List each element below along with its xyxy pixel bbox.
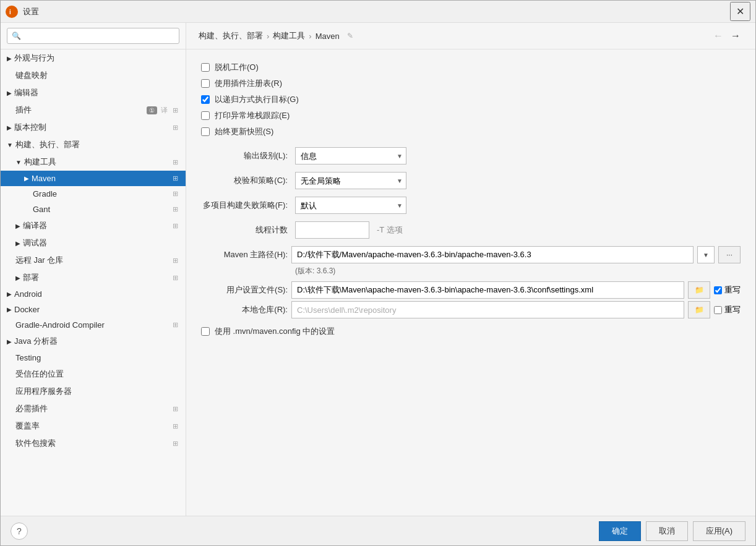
- sidebar-item-label: 外观与行为: [14, 53, 179, 64]
- cancel-button[interactable]: 取消: [646, 521, 688, 541]
- settings-content: 脱机工作(O) 使用插件注册表(R) 以递归方式执行目标(G) 打印异常堆栈跟踪…: [186, 49, 755, 516]
- sidebar-item-maven[interactable]: ▶ Maven ⊞: [1, 171, 186, 186]
- fail-strategy-row: 多项目构建失败策略(F): 默认 快速失败 最后失败 永不失败: [201, 197, 741, 214]
- local-repo-input[interactable]: [291, 301, 684, 318]
- search-input[interactable]: [7, 28, 179, 44]
- mvn-config-row: 使用 .mvn/maven.config 中的设置: [201, 326, 741, 337]
- sidebar-item-compiler[interactable]: ▶ 编译器 ⊞: [1, 217, 186, 234]
- plugin-registry-label[interactable]: 使用插件注册表(R): [215, 78, 282, 89]
- sidebar-item-docker[interactable]: ▶ Docker: [1, 302, 186, 317]
- always-update-checkbox[interactable]: [201, 127, 210, 136]
- translate-icon: 译: [160, 105, 169, 116]
- sidebar-item-icons: ⊞: [171, 221, 179, 231]
- chevron-icon: ▶: [7, 90, 12, 96]
- sidebar-item-required-plugins[interactable]: 必需插件 ⊞: [1, 400, 186, 417]
- sidebar-item-gant[interactable]: Gant ⊞: [1, 202, 186, 217]
- settings-icon: ⊞: [171, 273, 179, 283]
- offline-checkbox[interactable]: [201, 63, 210, 72]
- output-level-select[interactable]: 信息 调试 警告 错误: [295, 147, 406, 164]
- close-button[interactable]: ✕: [730, 2, 750, 21]
- sidebar-item-label: Gradle: [33, 189, 171, 198]
- print-stack-checkbox[interactable]: [201, 111, 210, 120]
- sidebar-item-remote-jar[interactable]: 远程 Jar 仓库 ⊞: [1, 252, 186, 269]
- sidebar-item-coverage[interactable]: 覆盖率 ⊞: [1, 417, 186, 435]
- sidebar-item-android[interactable]: ▶ Android: [1, 286, 186, 302]
- mvn-config-label[interactable]: 使用 .mvn/maven.config 中的设置: [215, 326, 335, 337]
- mvn-config-checkbox[interactable]: [201, 327, 210, 336]
- apply-button[interactable]: 应用(A): [693, 521, 745, 541]
- sidebar-item-gradle-android[interactable]: Gradle-Android Compiler ⊞: [1, 317, 186, 333]
- settings-icon: ⊞: [171, 221, 179, 231]
- check-strategy-row: 校验和策略(C): 无全局策略 警告 失败: [201, 172, 741, 189]
- settings-icon: ⊞: [171, 404, 179, 414]
- thread-count-label: 线程计数: [201, 224, 288, 236]
- output-level-select-wrapper: 信息 调试 警告 错误: [295, 147, 406, 164]
- sidebar-item-gradle[interactable]: Gradle ⊞: [1, 186, 186, 202]
- sidebar-item-label: 调试器: [23, 237, 179, 249]
- print-stack-label[interactable]: 打印异常堆栈跟踪(E): [215, 110, 290, 121]
- sidebar-item-plugins[interactable]: 插件 ① 译 ⊞: [1, 101, 186, 119]
- sidebar-item-debugger[interactable]: ▶ 调试器: [1, 234, 186, 252]
- maven-home-browse-btn[interactable]: ···: [718, 246, 741, 263]
- local-repo-rewrite-label[interactable]: 重写: [724, 304, 741, 315]
- check-strategy-label: 校验和策略(C):: [201, 175, 288, 186]
- plugin-registry-checkbox[interactable]: [201, 79, 210, 88]
- fail-strategy-select[interactable]: 默认 快速失败 最后失败 永不失败: [295, 197, 406, 214]
- maven-version-text: (版本: 3.6.3): [201, 266, 741, 276]
- check-strategy-select[interactable]: 无全局策略 警告 失败: [295, 172, 406, 189]
- svg-text:i: i: [9, 9, 11, 15]
- output-level-row: 输出级别(L): 信息 调试 警告 错误: [201, 147, 741, 164]
- sidebar-item-label: 编辑器: [14, 87, 179, 98]
- settings-icon: ⊞: [171, 422, 179, 431]
- nav-arrows: ← →: [711, 29, 743, 43]
- sidebar-item-testing[interactable]: Testing: [1, 350, 186, 365]
- sidebar-item-vcs[interactable]: ▶ 版本控制 ⊞: [1, 119, 186, 136]
- sidebar-item-label: 受信任的位置: [15, 369, 179, 380]
- maven-home-dropdown-btn[interactable]: ▼: [697, 246, 715, 263]
- sidebar-item-label: 必需插件: [15, 403, 171, 414]
- settings-icon: ⊞: [171, 174, 179, 183]
- search-wrapper: 🔍: [7, 28, 179, 44]
- sidebar-item-icons: ⊞: [171, 256, 179, 265]
- sidebar-item-package-search[interactable]: 软件包搜索 ⊞: [1, 435, 186, 452]
- folder-icon: 📁: [695, 305, 704, 314]
- chevron-icon: ▶: [15, 240, 20, 247]
- checkbox-row-recursive: 以递归方式执行目标(G): [201, 94, 741, 105]
- sidebar-item-deploy[interactable]: ▶ 部署 ⊞: [1, 269, 186, 286]
- sidebar-item-icons: ① 译 ⊞: [147, 105, 179, 116]
- sidebar-item-app-servers[interactable]: 应用程序服务器: [1, 383, 186, 400]
- chevron-icon: ▶: [15, 223, 20, 229]
- sidebar-item-trusted-locations[interactable]: 受信任的位置: [1, 365, 186, 383]
- user-settings-rewrite-checkbox[interactable]: [714, 286, 722, 294]
- sidebar-item-editor[interactable]: ▶ 编辑器: [1, 84, 186, 101]
- user-settings-browse-btn[interactable]: 📁: [688, 281, 710, 299]
- sidebar: 🔍 ▶ 外观与行为 键盘映射 ▶ 编辑器: [1, 23, 186, 516]
- user-settings-rewrite: 重写: [714, 284, 741, 296]
- always-update-label[interactable]: 始终更新快照(S): [215, 126, 273, 137]
- sidebar-item-icons: ⊞: [171, 123, 179, 132]
- sidebar-item-label: 部署: [23, 272, 171, 283]
- sidebar-item-keymap[interactable]: 键盘映射: [1, 67, 186, 84]
- checkbox-row-always-update: 始终更新快照(S): [201, 126, 741, 137]
- sidebar-item-build-tools[interactable]: ▼ 构建工具 ⊞: [1, 153, 186, 171]
- sidebar-item-java-profiler[interactable]: ▶ Java 分析器: [1, 333, 186, 350]
- sidebar-item-build-deploy[interactable]: ▼ 构建、执行、部署: [1, 136, 186, 153]
- recursive-label[interactable]: 以递归方式执行目标(G): [215, 94, 299, 105]
- sidebar-item-icons: ⊞: [171, 158, 179, 167]
- confirm-button[interactable]: 确定: [599, 521, 641, 541]
- help-button[interactable]: ?: [11, 523, 28, 540]
- offline-label[interactable]: 脱机工作(O): [215, 62, 259, 73]
- back-arrow[interactable]: ←: [711, 29, 726, 43]
- local-repo-browse-btn[interactable]: 📁: [688, 301, 710, 318]
- user-settings-input[interactable]: [291, 281, 684, 299]
- sidebar-item-appearance[interactable]: ▶ 外观与行为: [1, 49, 186, 67]
- local-repo-rewrite-checkbox[interactable]: [714, 306, 722, 314]
- window-title: 设置: [23, 6, 39, 17]
- chevron-icon: ▼: [7, 142, 13, 148]
- thread-count-row: 线程计数 -T 选项: [201, 221, 741, 239]
- recursive-checkbox[interactable]: [201, 95, 210, 104]
- thread-count-input[interactable]: [295, 221, 369, 239]
- user-settings-rewrite-label[interactable]: 重写: [724, 284, 741, 296]
- forward-arrow[interactable]: →: [728, 29, 743, 43]
- maven-home-input[interactable]: [291, 246, 694, 263]
